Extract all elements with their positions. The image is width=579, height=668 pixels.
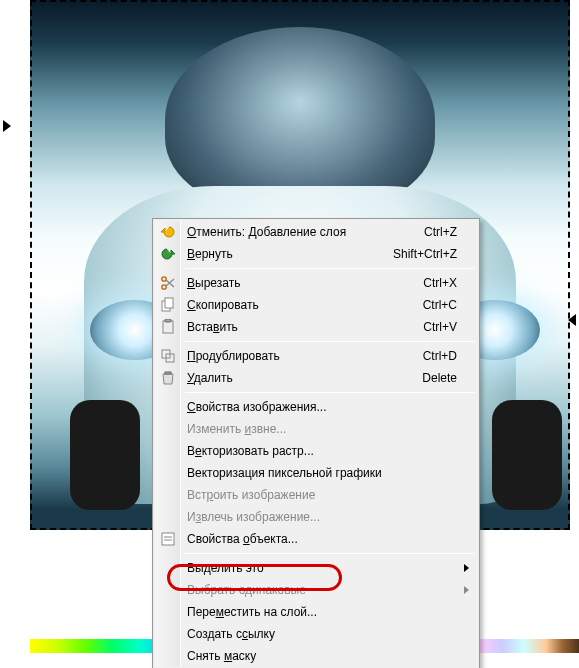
menu-item-shortcut: Ctrl+Z <box>424 225 457 239</box>
car-wheel <box>70 400 140 510</box>
context-menu: Отменить: Добавление слояCtrl+ZВернутьSh… <box>152 218 480 668</box>
menu-item-label: Продублировать <box>187 349 411 363</box>
ruler-marker-left[interactable] <box>3 120 11 132</box>
menu-item-label: Снять маску <box>187 649 457 663</box>
no-icon <box>160 399 176 415</box>
menu-item[interactable]: Векторизация пиксельной графики <box>155 462 477 484</box>
no-icon <box>160 626 176 642</box>
menu-item[interactable]: ВернутьShift+Ctrl+Z <box>155 243 477 265</box>
clipboard-icon <box>160 319 176 335</box>
menu-item-shortcut: Ctrl+D <box>423 349 457 363</box>
no-icon <box>160 560 176 576</box>
duplicate-icon <box>160 348 176 364</box>
menu-item-shortcut: Ctrl+V <box>423 320 457 334</box>
no-icon <box>160 582 176 598</box>
no-icon <box>160 421 176 437</box>
submenu-arrow-icon <box>464 586 469 594</box>
menu-item-label: Удалить <box>187 371 410 385</box>
properties-icon <box>160 531 176 547</box>
menu-item[interactable]: ПродублироватьCtrl+D <box>155 345 477 367</box>
svg-point-0 <box>162 277 166 281</box>
svg-rect-4 <box>163 321 173 333</box>
menu-item: Извлечь изображение... <box>155 506 477 528</box>
menu-item-label: Векторизация пиксельной графики <box>187 466 457 480</box>
menu-item[interactable]: Свойства объекта... <box>155 528 477 550</box>
menu-item-label: Отменить: Добавление слоя <box>187 225 412 239</box>
menu-item-label: Создать ссылку <box>187 627 457 641</box>
no-icon <box>160 487 176 503</box>
menu-separator <box>185 341 475 342</box>
submenu-arrow-icon <box>464 564 469 572</box>
menu-item-label: Изменить извне... <box>187 422 457 436</box>
menu-item[interactable]: Выделить это <box>155 557 477 579</box>
menu-item[interactable]: Снять маску <box>155 645 477 667</box>
redo-arrow-icon <box>160 246 176 262</box>
menu-item[interactable]: Отменить: Добавление слояCtrl+Z <box>155 221 477 243</box>
menu-item-label: Вернуть <box>187 247 381 261</box>
svg-rect-8 <box>165 372 171 374</box>
ruler-marker-right[interactable] <box>568 314 576 326</box>
menu-item-label: Свойства изображения... <box>187 400 457 414</box>
menu-item-label: Переместить на слой... <box>187 605 457 619</box>
svg-rect-9 <box>162 533 174 545</box>
menu-separator <box>185 392 475 393</box>
no-icon <box>160 443 176 459</box>
copy-pages-icon <box>160 297 176 313</box>
no-icon <box>160 604 176 620</box>
menu-item[interactable]: УдалитьDelete <box>155 367 477 389</box>
menu-item-shortcut: Ctrl+X <box>423 276 457 290</box>
menu-item: Встроить изображение <box>155 484 477 506</box>
menu-item[interactable]: Создать ссылку <box>155 623 477 645</box>
no-icon <box>160 648 176 664</box>
menu-item-label: Скопировать <box>187 298 411 312</box>
menu-item-label: Векторизовать растр... <box>187 444 457 458</box>
menu-item[interactable]: ВставитьCtrl+V <box>155 316 477 338</box>
undo-arrow-icon <box>160 224 176 240</box>
menu-item[interactable]: СкопироватьCtrl+C <box>155 294 477 316</box>
menu-item-label: Выбрать одинаковые <box>187 583 457 597</box>
menu-item: Выбрать одинаковые <box>155 579 477 601</box>
no-icon <box>160 465 176 481</box>
menu-item-label: Вырезать <box>187 276 411 290</box>
svg-rect-3 <box>165 298 173 308</box>
no-icon <box>160 509 176 525</box>
trash-icon <box>160 370 176 386</box>
menu-item-shortcut: Ctrl+C <box>423 298 457 312</box>
car-wheel <box>492 400 562 510</box>
menu-item[interactable]: ВырезатьCtrl+X <box>155 272 477 294</box>
menu-item-label: Свойства объекта... <box>187 532 457 546</box>
menu-item[interactable]: Свойства изображения... <box>155 396 477 418</box>
menu-item: Изменить извне... <box>155 418 477 440</box>
svg-rect-5 <box>165 319 171 322</box>
menu-item[interactable]: Векторизовать растр... <box>155 440 477 462</box>
menu-item-label: Выделить это <box>187 561 457 575</box>
menu-separator <box>185 268 475 269</box>
menu-item[interactable]: Переместить на слой... <box>155 601 477 623</box>
scissors-icon <box>160 275 176 291</box>
menu-item-label: Извлечь изображение... <box>187 510 457 524</box>
menu-item-shortcut: Delete <box>422 371 457 385</box>
menu-item-label: Встроить изображение <box>187 488 457 502</box>
menu-separator <box>185 553 475 554</box>
svg-point-1 <box>162 285 166 289</box>
menu-item-shortcut: Shift+Ctrl+Z <box>393 247 457 261</box>
menu-item-label: Вставить <box>187 320 411 334</box>
